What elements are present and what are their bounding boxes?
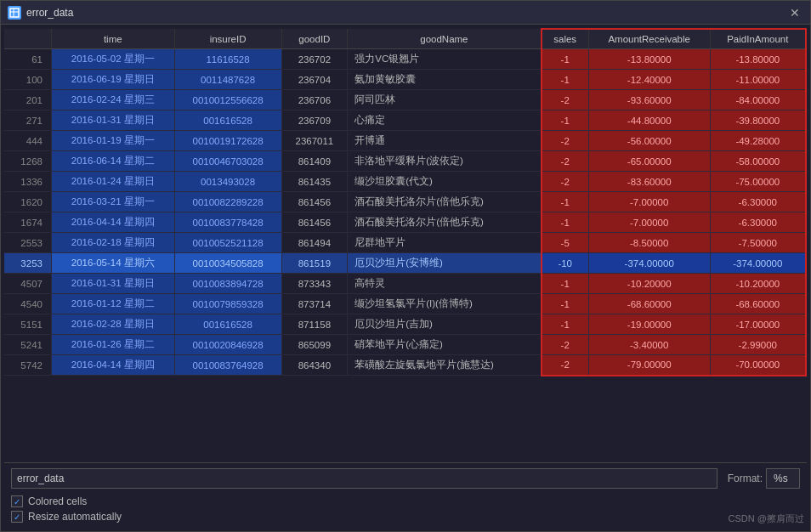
format-label: Format: (728, 473, 763, 484)
cell-idx: 1336 (4, 172, 51, 192)
cell-amount: -79.00000 (588, 355, 710, 376)
cell-insureid: 0010012556628 (174, 90, 281, 110)
cell-goodname: 硝苯地平片(心痛定) (348, 335, 542, 355)
cell-insureid: 0013493028 (174, 172, 281, 192)
cell-idx: 61 (4, 49, 51, 70)
cell-idx: 5241 (4, 335, 51, 355)
table-row: 45072016-01-31 星期日0010083894728873343高特灵… (4, 274, 806, 294)
cell-goodid: 861456 (281, 212, 348, 233)
cell-time: 2016-01-31 星期日 (51, 110, 174, 131)
checkboxes: Colored cells Resize automatically (11, 495, 800, 523)
cell-sales: -2 (542, 335, 589, 355)
cell-paid: -70.00000 (710, 355, 806, 376)
cell-goodname: 氨加黄敏胶囊 (348, 70, 542, 90)
close-button[interactable]: ✕ (786, 4, 803, 21)
cell-paid: -68.60000 (710, 294, 806, 314)
cell-time: 2016-01-24 星期日 (51, 172, 174, 192)
cell-idx: 271 (4, 110, 51, 131)
cell-time: 2016-02-28 星期日 (51, 314, 174, 335)
colored-cells-label: Colored cells (28, 495, 87, 507)
cell-sales: -2 (542, 151, 589, 172)
cell-goodname: 开博通 (348, 131, 542, 151)
col-header-time: time (51, 29, 174, 49)
cell-goodid: 2367011 (281, 131, 348, 151)
cell-amount: -68.60000 (588, 294, 710, 314)
cell-insureid: 0010079859328 (174, 294, 281, 314)
table-row: 32532016-05-14 星期六0010034505828861519厄贝沙… (4, 253, 806, 274)
table-row: 612016-05-02 星期一11616528236702强力VC银翘片-1-… (4, 49, 806, 70)
cell-idx: 201 (4, 90, 51, 110)
cell-amount: -7.00000 (588, 192, 710, 212)
colored-cells-checkbox[interactable] (11, 495, 23, 507)
table-row: 57422016-04-14 星期四0010083764928864340苯磺酸… (4, 355, 806, 376)
cell-amount: -93.60000 (588, 90, 710, 110)
cell-sales: -1 (542, 49, 589, 70)
cell-amount: -13.80000 (588, 49, 710, 70)
resize-auto-checkbox[interactable] (11, 511, 23, 523)
name-bar: Format: %s (11, 468, 800, 489)
cell-insureid: 0010019172628 (174, 131, 281, 151)
cell-goodid: 861456 (281, 192, 348, 212)
cell-sales: -2 (542, 172, 589, 192)
table-row: 4442016-01-19 星期一00100191726282367011开博通… (4, 131, 806, 151)
resize-auto-label: Resize automatically (28, 511, 122, 523)
cell-amount: -44.80000 (588, 110, 710, 131)
cell-time: 2016-02-18 星期四 (51, 233, 174, 253)
cell-goodname: 尼群地平片 (348, 233, 542, 253)
col-header-amount: AmountReceivable (588, 29, 710, 49)
cell-sales: -2 (542, 90, 589, 110)
cell-time: 2016-05-02 星期一 (51, 49, 174, 70)
table-row: 2712016-01-31 星期日001616528236709心痛定-1-44… (4, 110, 806, 131)
cell-sales: -2 (542, 131, 589, 151)
table-row: 12682016-06-14 星期二0010046703028861409非洛地… (4, 151, 806, 172)
table-body: 612016-05-02 星期一11616528236702强力VC银翘片-1-… (4, 49, 806, 376)
cell-amount: -65.00000 (588, 151, 710, 172)
cell-paid: -84.00000 (710, 90, 806, 110)
cell-time: 2016-01-26 星期二 (51, 335, 174, 355)
cell-idx: 444 (4, 131, 51, 151)
col-header-idx (4, 29, 51, 49)
cell-sales: -1 (542, 274, 589, 294)
cell-goodid: 865099 (281, 335, 348, 355)
cell-time: 2016-02-24 星期三 (51, 90, 174, 110)
main-content: time insureID goodID goodName sales Amou… (1, 25, 810, 531)
table-row: 45402016-01-12 星期二0010079859328873714缬沙坦… (4, 294, 806, 314)
table-row: 1002016-06-19 星期日0011487628236704氨加黄敏胶囊-… (4, 70, 806, 90)
cell-sales: -1 (542, 314, 589, 335)
cell-goodname: 阿司匹林 (348, 90, 542, 110)
cell-sales: -1 (542, 192, 589, 212)
cell-paid: -49.28000 (710, 131, 806, 151)
titlebar: error_data ✕ (1, 1, 810, 25)
col-header-goodname: goodName (348, 29, 542, 49)
cell-amount: -83.60000 (588, 172, 710, 192)
cell-insureid: 001616528 (174, 110, 281, 131)
cell-idx: 4507 (4, 274, 51, 294)
cell-sales: -2 (542, 355, 589, 376)
name-input[interactable] (11, 468, 717, 489)
window-title: error_data (26, 7, 786, 19)
data-table-container[interactable]: time insureID goodID goodName sales Amou… (4, 28, 807, 462)
cell-amount: -12.40000 (588, 70, 710, 90)
cell-time: 2016-06-19 星期日 (51, 70, 174, 90)
cell-paid: -58.00000 (710, 151, 806, 172)
cell-sales: -1 (542, 212, 589, 233)
cell-amount: -3.40000 (588, 335, 710, 355)
cell-insureid: 001616528 (174, 314, 281, 335)
cell-goodname: 厄贝沙坦片(安博维) (348, 253, 542, 274)
cell-idx: 4540 (4, 294, 51, 314)
checkbox-colored-cells[interactable]: Colored cells (11, 495, 800, 507)
cell-goodid: 861409 (281, 151, 348, 172)
cell-insureid: 0010034505828 (174, 253, 281, 274)
checkbox-resize-auto[interactable]: Resize automatically (11, 511, 800, 523)
cell-goodid: 871158 (281, 314, 348, 335)
cell-goodname: 酒石酸美托洛尔片(倍他乐克) (348, 212, 542, 233)
cell-insureid: 0011487628 (174, 70, 281, 90)
main-window: error_data ✕ time insureID goodID goodNa… (0, 0, 811, 532)
cell-time: 2016-01-19 星期一 (51, 131, 174, 151)
bottom-bar: Format: %s Colored cells Resize automati… (4, 462, 807, 528)
cell-goodname: 厄贝沙坦片(吉加) (348, 314, 542, 335)
cell-paid: -11.00000 (710, 70, 806, 90)
cell-goodname: 高特灵 (348, 274, 542, 294)
table-row: 52412016-01-26 星期二0010020846928865099硝苯地… (4, 335, 806, 355)
cell-time: 2016-03-21 星期一 (51, 192, 174, 212)
